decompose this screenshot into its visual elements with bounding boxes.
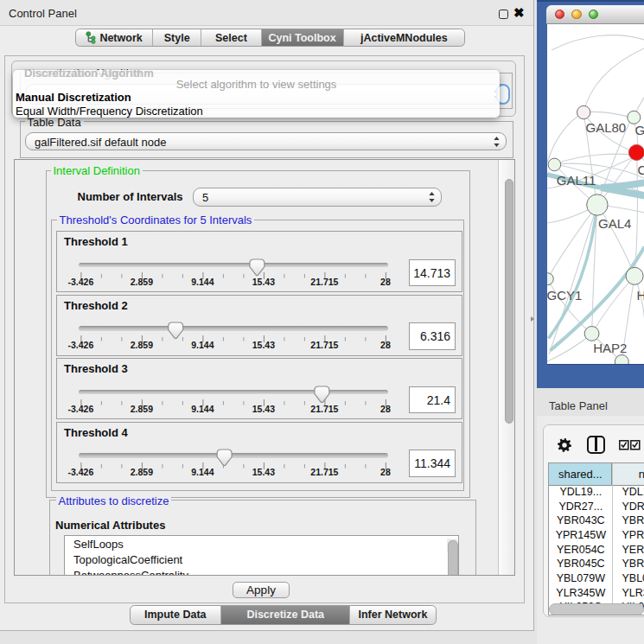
svg-text:GAL4: GAL4 [598, 215, 631, 230]
svg-text:GAL11: GAL11 [556, 173, 596, 188]
svg-text:GAL80: GAL80 [585, 119, 626, 134]
svg-text:HAP2: HAP2 [593, 341, 627, 355]
svg-text:H: H [636, 287, 644, 302]
svg-text:G.: G. [634, 123, 644, 137]
svg-text:GCY1: GCY1 [547, 287, 582, 302]
svg-text:C: C [637, 162, 644, 176]
